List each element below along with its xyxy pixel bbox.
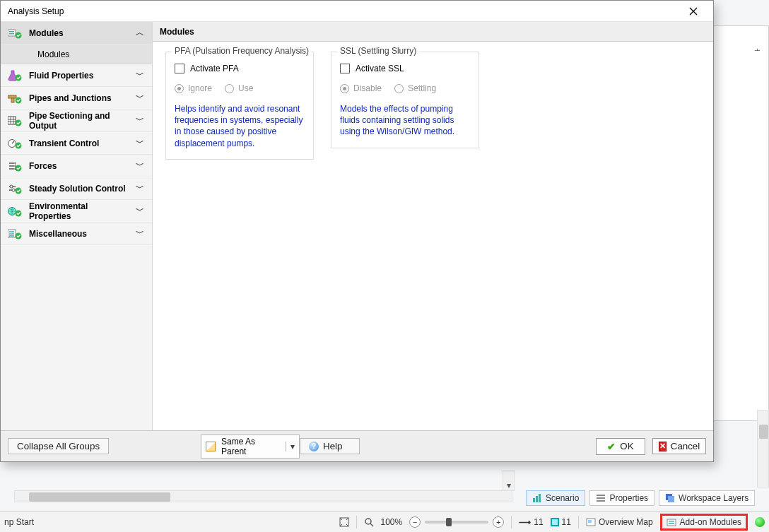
chevron-down-icon: ﹀ (135, 92, 145, 104)
tab-workspace-layers[interactable]: Workspace Layers (659, 490, 755, 506)
help-button[interactable]: ? Help (300, 438, 360, 454)
pin-icon[interactable]: ⫠ (753, 44, 762, 54)
checkbox-icon (175, 64, 184, 73)
checkbox-activate-ssl[interactable]: Activate SSL (340, 64, 470, 73)
zoom-slider[interactable]: − + (409, 516, 504, 528)
close-button[interactable] (679, 1, 708, 21)
addon-label: Add-on Modules (680, 517, 741, 527)
dialog-title: Analysis Setup (8, 6, 64, 16)
button-label: Help (323, 441, 342, 451)
collapse-all-button[interactable]: Collapse All Groups (8, 438, 109, 454)
nav-group-pipe-sectioning[interactable]: Pipe Sectioning and Output ﹀ (1, 110, 152, 132)
content-heading: Modules (153, 22, 713, 42)
junction-count-chip: 11 (551, 517, 571, 527)
chevron-down-icon: ﹀ (135, 160, 145, 172)
svg-point-29 (365, 519, 371, 524)
radio-ssl-disable[interactable]: Disable (340, 83, 382, 93)
radio-ssl-settling[interactable]: Settling (394, 83, 436, 93)
nav-group-forces[interactable]: Forces ﹀ (1, 155, 152, 177)
svg-point-27 (16, 232, 22, 239)
radio-icon (225, 84, 234, 93)
radio-pfa-use[interactable]: Use (225, 83, 253, 93)
svg-point-25 (16, 210, 22, 216)
checkbox-icon (340, 64, 350, 73)
cancel-button[interactable]: ✕ Cancel (652, 438, 706, 454)
pfa-radio-group: Ignore Use (175, 83, 305, 93)
help-icon: ? (309, 442, 319, 451)
checkbox-activate-pfa[interactable]: Activate PFA (175, 64, 305, 73)
slider-track[interactable] (425, 521, 488, 524)
tab-label: Scenario (546, 493, 579, 503)
scenario-icon (532, 493, 542, 503)
combo-label: Same As Parent (221, 437, 280, 456)
list-icon (8, 228, 22, 240)
nav-label: Environmental Properties (29, 201, 128, 221)
tab-properties[interactable]: Properties (589, 490, 654, 506)
svg-rect-14 (11, 98, 14, 102)
forces-icon (8, 160, 22, 172)
zoom-out-button[interactable]: − (409, 516, 421, 528)
nav-label: Steady Solution Control (29, 184, 128, 194)
slider-thumb[interactable] (446, 518, 452, 526)
radio-pfa-ignore[interactable]: Ignore (175, 83, 212, 93)
svg-rect-3 (597, 495, 605, 496)
button-label: OK (620, 441, 633, 451)
svg-rect-10 (9, 33, 14, 35)
junction-count: 11 (562, 517, 571, 527)
chevron-down-icon: ﹀ (135, 69, 145, 81)
fieldset-pfa: PFA (Pulsation Frequency Analysis) Activ… (165, 52, 314, 160)
same-as-parent-combo[interactable]: Same As Parent ▾ (201, 435, 300, 459)
svg-point-11 (16, 32, 22, 38)
nav-group-fluid-properties[interactable]: Fluid Properties ﹀ (1, 64, 152, 87)
svg-point-12 (16, 74, 22, 81)
nav-sub-modules[interactable]: Modules (1, 45, 152, 64)
magnifier-icon[interactable] (364, 517, 374, 527)
zoom-in-button[interactable]: + (493, 516, 504, 528)
nav-group-transient-control[interactable]: Transient Control ﹀ (1, 132, 152, 155)
pipe-icon: ⟶ (519, 517, 531, 527)
nav-group-environmental[interactable]: Environmental Properties ﹀ (1, 200, 152, 223)
nav-group-steady-solution[interactable]: Steady Solution Control ﹀ (1, 177, 152, 200)
tab-label: Properties (609, 493, 648, 503)
status-bar: np Start 100% − + ⟶ 11 11 Overview Map A… (0, 511, 769, 532)
edit-icon (206, 442, 216, 451)
dial-icon (8, 138, 22, 149)
nav-label: Pipe Sectioning and Output (29, 111, 128, 131)
properties-icon (596, 493, 606, 503)
svg-point-21 (10, 185, 13, 188)
radio-label: Disable (353, 83, 382, 93)
pipe-count-chip: ⟶ 11 (519, 517, 543, 527)
status-left-text: np Start (4, 517, 34, 527)
svg-rect-8 (8, 30, 16, 36)
radio-icon (394, 84, 404, 93)
nav-group-pipes-junctions[interactable]: Pipes and Junctions ﹀ (1, 87, 152, 110)
ok-button[interactable]: ✔ OK (596, 438, 645, 455)
button-label: Collapse All Groups (17, 441, 100, 451)
junction-icon (551, 518, 559, 526)
svg-rect-0 (533, 498, 535, 502)
nav-label: Pipes and Junctions (29, 93, 128, 103)
panel-vscroll[interactable] (757, 410, 769, 487)
nav-group-miscellaneous[interactable]: Miscellaneous ﹀ (1, 223, 152, 245)
modules-icon (8, 28, 22, 39)
nav-label: Transient Control (29, 138, 128, 148)
tab-scenario[interactable]: Scenario (526, 490, 585, 506)
panel-scroll-down[interactable]: ▾ (503, 470, 515, 491)
nav-tree: Modules ︿ Modules Fluid Properties ﹀ Pip… (1, 22, 153, 430)
workspace-hscroll[interactable] (14, 490, 512, 502)
radio-label: Use (238, 83, 253, 93)
layers-icon (665, 493, 675, 503)
content-area: Modules PFA (Pulsation Frequency Analysi… (153, 22, 713, 430)
addon-modules-button[interactable]: Add-on Modules (660, 514, 748, 531)
fit-icon[interactable] (339, 517, 349, 527)
overview-map-button[interactable]: Overview Map (586, 517, 653, 527)
nav-group-modules[interactable]: Modules ︿ (1, 22, 152, 45)
checkbox-label: Activate PFA (190, 64, 239, 73)
status-indicator-icon (755, 517, 765, 527)
tune-icon (8, 183, 22, 194)
nav-label: Miscellaneous (29, 229, 128, 239)
nav-sub-label: Modules (37, 49, 69, 59)
ssl-description: Models the effects of pumping fluids con… (340, 103, 470, 138)
fieldset-ssl: SSL (Settling Slurry) Activate SSL Disab… (331, 52, 479, 148)
pipes-icon (8, 93, 22, 104)
